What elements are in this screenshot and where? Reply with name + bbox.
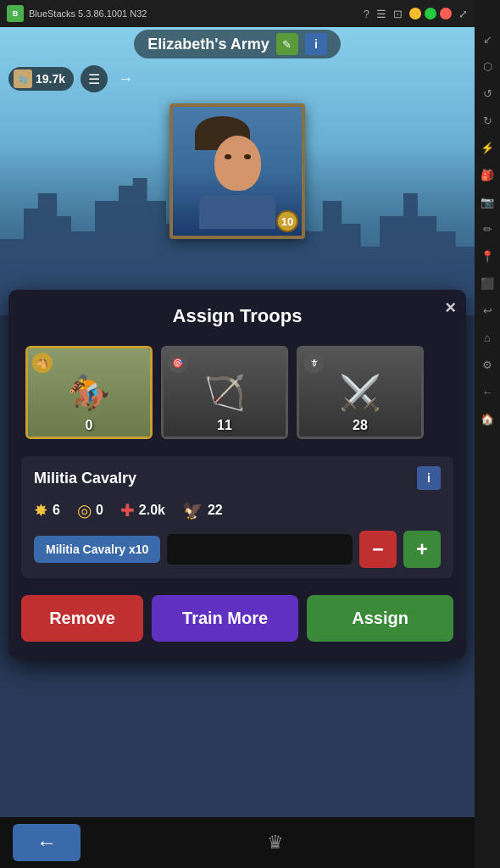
speed-stat: 🦅 22 xyxy=(182,500,223,520)
sidebar-icon-8[interactable]: ✏ xyxy=(478,220,497,238)
sidebar-icon-4[interactable]: ↻ xyxy=(478,111,497,130)
maximize-button[interactable] xyxy=(425,8,436,19)
help-icon[interactable]: ? xyxy=(364,8,369,20)
attack-value: 6 xyxy=(53,503,60,518)
expand-icon[interactable]: ⤢ xyxy=(458,8,468,20)
defense-icon: ◎ xyxy=(77,500,92,520)
defense-value: 0 xyxy=(96,503,103,518)
troop-info-panel: Militia Cavalry i ✸ 6 ◎ 0 ✚ 2.0k 🦅 xyxy=(21,456,453,578)
sidebar-icon-7[interactable]: 📷 xyxy=(478,192,497,211)
soldier-figure: ⚔️ xyxy=(339,373,381,413)
dialog-title: Assign Troops xyxy=(8,290,466,337)
troop-card-soldier[interactable]: ⚔️ 🗡 28 xyxy=(297,346,424,439)
back-arrow-icon: ← xyxy=(36,831,57,854)
soldier-count: 28 xyxy=(353,418,368,433)
minus-button[interactable]: − xyxy=(359,531,397,568)
sidebar-icon-11[interactable]: ↩ xyxy=(478,301,497,320)
right-sidebar: ↙ ⬡ ↺ ↻ ⚡ 🎒 📷 ✏ 📍 ⬛ ↩ ⌂ ⚙ ← 🏠 xyxy=(475,0,500,868)
level-badge: 10 xyxy=(276,210,298,232)
troop-card-cavalry[interactable]: 🏇 🐴 0 xyxy=(25,346,153,439)
assign-label: Militia Cavalry x10 xyxy=(34,536,160,563)
game-area: Elizabeth's Army ✎ i 🧤 19.7k ☰ → xyxy=(0,27,475,868)
stats-row: ✸ 6 ◎ 0 ✚ 2.0k 🦅 22 xyxy=(34,500,441,520)
window-controls xyxy=(409,8,452,19)
troop-name: Militia Cavalry xyxy=(34,470,136,487)
bottom-bar: ← ♛ xyxy=(0,817,475,868)
army-title-container: Elizabeth's Army ✎ i xyxy=(134,30,341,58)
sidebar-icon-1[interactable]: ↙ xyxy=(478,30,497,48)
sidebar-icon-back[interactable]: ← xyxy=(478,382,497,401)
cavalry-type-icon: 🐴 xyxy=(32,353,53,373)
bs-left: B BlueStacks 5.3.86.1001 N32 xyxy=(7,5,147,22)
sidebar-icon-12[interactable]: ⌂ xyxy=(478,328,497,347)
assign-progress-bar xyxy=(167,534,353,565)
portrait-frame: 10 xyxy=(169,103,305,239)
troop-info-button[interactable]: i xyxy=(417,466,441,490)
sidebar-icon-3[interactable]: ↺ xyxy=(478,84,497,103)
back-button[interactable]: ← xyxy=(13,824,81,861)
character-portrait: 10 xyxy=(169,103,305,239)
sidebar-icon-10[interactable]: ⬛ xyxy=(478,274,497,292)
troop-name-row: Militia Cavalry i xyxy=(34,466,441,490)
game-header: Elizabeth's Army ✎ i xyxy=(0,27,475,61)
info-button-top[interactable]: i xyxy=(305,33,327,55)
resource-item: 🧤 19.7k xyxy=(8,67,74,91)
menu-button[interactable]: ☰ xyxy=(81,65,108,92)
soldier-type-icon: 🗡 xyxy=(303,353,324,373)
resources-bar: 🧤 19.7k ☰ → xyxy=(8,65,133,92)
assign-row: Militia Cavalry x10 − + xyxy=(34,531,441,568)
sidebar-icon-settings[interactable]: ⚙ xyxy=(478,355,497,374)
dialog-close-button[interactable]: × xyxy=(445,298,456,317)
resource-value: 19.7k xyxy=(36,72,65,86)
sidebar-icon-home[interactable]: 🏠 xyxy=(478,409,497,428)
health-stat: ✚ 2.0k xyxy=(120,500,165,520)
sidebar-icon-2[interactable]: ⬡ xyxy=(478,57,497,75)
defense-stat: ◎ 0 xyxy=(77,500,103,520)
cavalry-count: 0 xyxy=(86,418,93,433)
assign-troops-dialog: × Assign Troops 🏇 🐴 0 🏹 🎯 11 xyxy=(8,290,466,659)
char-head xyxy=(214,136,261,191)
sidebar-icon-9[interactable]: 📍 xyxy=(478,247,497,265)
action-buttons: Remove Train More Assign xyxy=(8,582,466,642)
health-value: 2.0k xyxy=(139,503,165,518)
arrow-right-icon: → xyxy=(118,70,133,88)
cavalry-figure: 🏇 xyxy=(68,373,110,413)
train-more-button[interactable]: Train More xyxy=(152,595,298,642)
crown-icon: ♛ xyxy=(267,832,284,854)
health-icon: ✚ xyxy=(120,500,135,520)
edit-button[interactable]: ✎ xyxy=(276,33,298,55)
close-button[interactable] xyxy=(440,8,452,19)
bs-logo: B xyxy=(7,5,24,22)
archer-figure: 🏹 xyxy=(203,373,246,413)
bs-title: BlueStacks 5.3.86.1001 N32 xyxy=(29,8,147,19)
archer-type-icon: 🎯 xyxy=(168,353,188,373)
troop-card-archer[interactable]: 🏹 🎯 11 xyxy=(161,346,288,439)
window-icon[interactable]: ⊡ xyxy=(393,8,403,20)
assign-button[interactable]: Assign xyxy=(307,595,453,642)
bs-icons: ? ☰ ⊡ ⤢ xyxy=(364,8,468,20)
minimize-button[interactable] xyxy=(409,8,421,19)
char-shoulder xyxy=(199,195,275,229)
menu-icon[interactable]: ☰ xyxy=(376,8,386,20)
speed-icon: 🦅 xyxy=(182,500,203,520)
speed-value: 22 xyxy=(208,503,223,518)
sidebar-icon-6[interactable]: 🎒 xyxy=(478,165,497,184)
troop-cards-container: 🏇 🐴 0 🏹 🎯 11 ⚔️ 🗡 28 xyxy=(8,337,466,452)
resource-icon: 🧤 xyxy=(14,70,32,88)
remove-button[interactable]: Remove xyxy=(21,595,143,642)
attack-stat: ✸ 6 xyxy=(34,500,60,520)
attack-icon: ✸ xyxy=(34,500,48,520)
sidebar-icon-5[interactable]: ⚡ xyxy=(478,138,497,157)
archer-count: 11 xyxy=(217,418,232,433)
plus-button[interactable]: + xyxy=(403,531,441,568)
army-title: Elizabeth's Army xyxy=(147,36,269,53)
bluestacks-bar: B BlueStacks 5.3.86.1001 N32 ? ☰ ⊡ ⤢ xyxy=(0,0,475,27)
